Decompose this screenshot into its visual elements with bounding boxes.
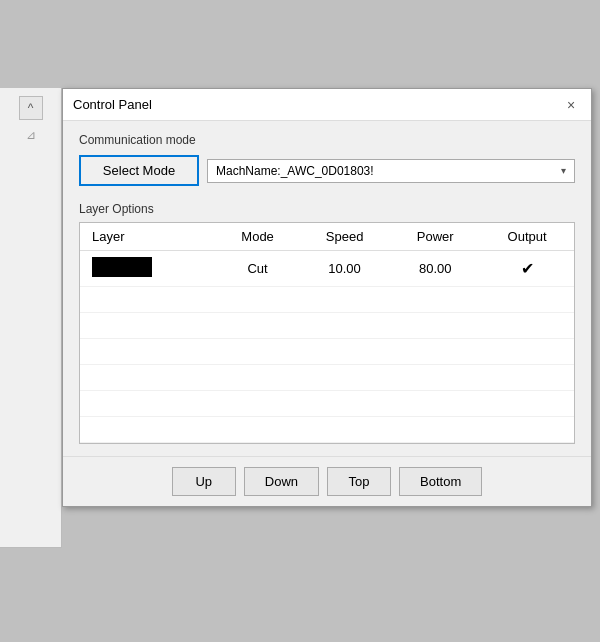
table-row-empty-1 <box>80 287 574 313</box>
top-button[interactable]: Top <box>327 467 391 496</box>
table-row-empty-5 <box>80 391 574 417</box>
layer-section: Layer Mode Speed Power Output Cut 10 <box>79 222 575 444</box>
col-header-power: Power <box>390 223 480 251</box>
output-checkbox[interactable]: ✔ <box>488 259 566 278</box>
col-header-mode: Mode <box>216 223 299 251</box>
bottom-button[interactable]: Bottom <box>399 467 482 496</box>
sidebar-scroll-up[interactable]: ^ <box>19 96 43 120</box>
layer-mode-cell: Cut <box>216 251 299 287</box>
table-row-empty-4 <box>80 365 574 391</box>
control-panel-window: Control Panel × Communication mode Selec… <box>62 88 592 507</box>
sidebar-scroll-indicator: ⊿ <box>19 124 43 146</box>
layer-color-swatch <box>92 257 152 277</box>
up-button[interactable]: Up <box>172 467 236 496</box>
mach-name-text: MachName:_AWC_0D01803! <box>216 164 374 178</box>
table-row-empty-3 <box>80 339 574 365</box>
col-header-speed: Speed <box>299 223 390 251</box>
dropdown-arrow-icon: ▾ <box>561 165 566 176</box>
comm-row: Select Mode MachName:_AWC_0D01803! ▾ <box>79 155 575 186</box>
table-row[interactable]: Cut 10.00 80.00 ✔ <box>80 251 574 287</box>
select-mode-button[interactable]: Select Mode <box>79 155 199 186</box>
comm-section-label: Communication mode <box>79 133 575 147</box>
sidebar-strip: ^ ⊿ <box>0 88 62 548</box>
window-content: Communication mode Select Mode MachName:… <box>63 121 591 456</box>
layer-speed-cell: 10.00 <box>299 251 390 287</box>
layer-power-cell: 80.00 <box>390 251 480 287</box>
bottom-buttons: Up Down Top Bottom <box>63 456 591 506</box>
down-button[interactable]: Down <box>244 467 319 496</box>
checkmark-icon: ✔ <box>521 259 534 278</box>
table-row-empty-2 <box>80 313 574 339</box>
table-header-row: Layer Mode Speed Power Output <box>80 223 574 251</box>
comm-section: Communication mode Select Mode MachName:… <box>79 133 575 186</box>
mach-name-dropdown[interactable]: MachName:_AWC_0D01803! ▾ <box>207 159 575 183</box>
table-row-empty-6 <box>80 417 574 443</box>
close-button[interactable]: × <box>561 95 581 115</box>
col-header-output: Output <box>480 223 574 251</box>
layer-output-cell: ✔ <box>480 251 574 287</box>
layer-section-label: Layer Options <box>79 202 575 216</box>
window-title: Control Panel <box>73 97 152 112</box>
layer-color-cell <box>80 251 216 287</box>
title-bar: Control Panel × <box>63 89 591 121</box>
col-header-layer: Layer <box>80 223 216 251</box>
layer-table: Layer Mode Speed Power Output Cut 10 <box>80 223 574 443</box>
